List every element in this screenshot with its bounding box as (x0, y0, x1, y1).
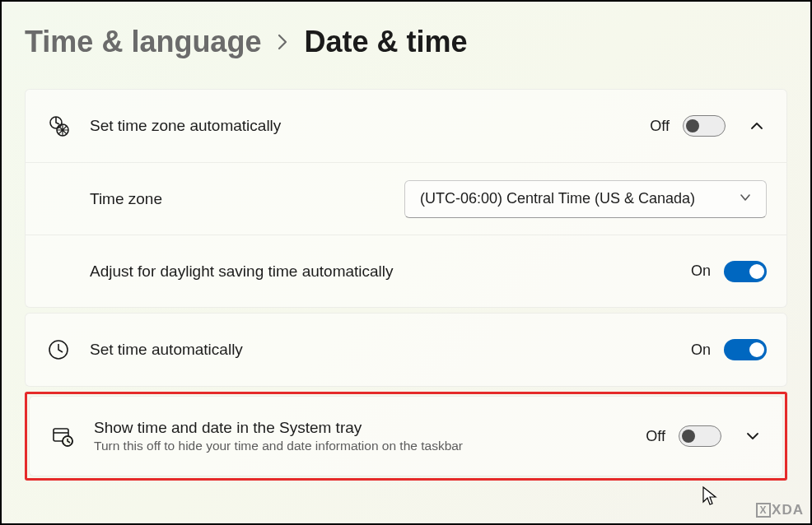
toggle-system-tray-clock[interactable] (679, 425, 721, 447)
card-set-time-auto: Set time automatically On (25, 313, 787, 387)
chevron-down-icon (740, 190, 751, 207)
clock-icon (45, 339, 72, 360)
breadcrumb-parent[interactable]: Time & language (25, 25, 261, 59)
row-label: Set time automatically (90, 341, 691, 359)
chevron-right-icon (276, 33, 289, 51)
row-dst: Adjust for daylight saving time automati… (26, 235, 786, 307)
toggle-state-text: On (691, 341, 711, 359)
expand-button[interactable] (743, 426, 763, 446)
globe-clock-icon (45, 114, 72, 137)
collapse-button[interactable] (747, 116, 767, 136)
toggle-set-time-auto[interactable] (724, 339, 767, 360)
row-set-time-auto: Set time automatically On (26, 314, 786, 386)
breadcrumb: Time & language Date & time (25, 25, 787, 59)
chevron-up-icon (749, 118, 764, 133)
watermark: X XDA (756, 502, 804, 518)
row-label: Show time and date in the System tray (94, 419, 646, 437)
card-system-tray: Show time and date in the System tray Tu… (29, 396, 783, 476)
time-zone-select[interactable]: (UTC-06:00) Central Time (US & Canada) (404, 180, 767, 218)
row-sublabel: Turn this off to hide your time and date… (94, 439, 646, 453)
mouse-cursor-icon (702, 486, 718, 510)
row-label: Time zone (90, 190, 404, 208)
highlighted-region: Show time and date in the System tray Tu… (25, 392, 787, 481)
card-time-zone-group: Set time zone automatically Off Time zon… (25, 89, 787, 308)
page-title: Date & time (304, 25, 467, 59)
toggle-state-text: Off (650, 118, 670, 135)
toggle-set-time-zone-auto[interactable] (683, 115, 726, 137)
row-set-time-zone-auto[interactable]: Set time zone automatically Off (26, 90, 786, 162)
toggle-state-text: On (691, 262, 711, 280)
toggle-state-text: Off (646, 428, 665, 445)
row-label: Set time zone automatically (90, 117, 650, 135)
watermark-x-icon: X (756, 503, 771, 518)
row-label: Adjust for daylight saving time automati… (90, 262, 691, 281)
taskbar-clock-icon (49, 425, 76, 448)
chevron-down-icon (745, 429, 760, 444)
time-zone-value: (UTC-06:00) Central Time (US & Canada) (420, 190, 695, 207)
watermark-text: XDA (772, 502, 804, 518)
row-system-tray[interactable]: Show time and date in the System tray Tu… (30, 397, 782, 476)
row-time-zone: Time zone (UTC-06:00) Central Time (US &… (26, 162, 786, 235)
toggle-dst[interactable] (724, 261, 767, 282)
